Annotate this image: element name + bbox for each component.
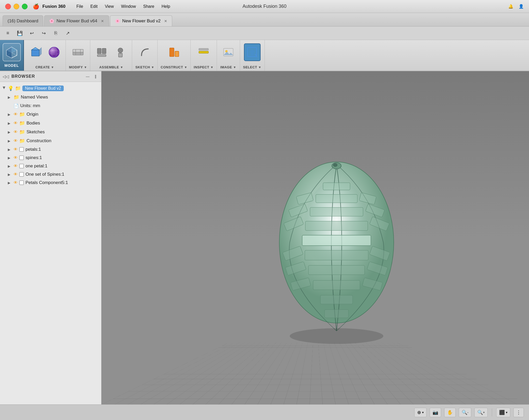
modify-chevron-icon[interactable]: ▼	[84, 65, 87, 69]
bodies-eye-icon[interactable]: 👁	[14, 121, 18, 126]
redo-button[interactable]: ↪	[39, 29, 48, 38]
svg-marker-8	[31, 48, 39, 50]
ribbon-sketch-group: SKETCH ▼	[132, 40, 157, 71]
maximize-button[interactable]	[22, 4, 28, 9]
status-bar: ⊕ ▾ 📷 ✋ 🔍 - 🔍 + ⬛ ▾ ⋮	[0, 404, 529, 420]
more-options-button[interactable]: ⋮	[513, 408, 524, 417]
tree-root-item[interactable]: ▶ 💡 📁 New Flower Bud v2	[0, 84, 101, 93]
petals-checkbox[interactable]	[19, 147, 24, 152]
tree-onepetal-item[interactable]: ▶ 👁 one petal:1	[0, 162, 101, 170]
undo-button[interactable]: ↩	[27, 29, 36, 38]
svg-marker-4	[12, 47, 17, 53]
toolbar: ≡ 💾 ↩ ↪ ⎘ ↗	[0, 27, 529, 40]
user-icon[interactable]: 👤	[519, 4, 524, 9]
tree-spinesset-item[interactable]: ▶ 👁 One set of Spines:1	[0, 170, 101, 179]
assemble-chevron-icon[interactable]: ▼	[120, 65, 123, 69]
menu-view[interactable]: View	[105, 4, 114, 9]
browser-resize-button[interactable]: ‖	[92, 73, 99, 80]
create-chevron-icon[interactable]: ▼	[51, 65, 54, 69]
assemble2-button[interactable]	[112, 43, 129, 61]
select-chevron-icon[interactable]: ▼	[258, 65, 261, 69]
create-box-button[interactable]	[27, 43, 44, 61]
construction-arrow[interactable]: ▶	[8, 139, 12, 143]
origin-label: Origin	[27, 112, 38, 117]
camera-button[interactable]: 📷	[430, 408, 441, 417]
petalscomp-eye-icon[interactable]: 👁	[14, 180, 18, 185]
origin-arrow[interactable]: ▶	[8, 113, 12, 116]
image-button[interactable]	[220, 43, 237, 61]
petals-arrow[interactable]: ▶	[8, 148, 12, 152]
zoom-out-button[interactable]: 🔍 -	[459, 408, 471, 417]
svg-marker-9	[39, 48, 42, 56]
onepetal-checkbox[interactable]	[19, 164, 24, 168]
construct-chevron-icon[interactable]: ▼	[184, 65, 187, 69]
tree-sketches-item[interactable]: ▶ 👁 📁 Sketches	[0, 128, 101, 136]
menu-share[interactable]: Share	[143, 4, 154, 9]
display-mode-button[interactable]: ⬛ ▾	[496, 408, 510, 417]
svg-rect-45	[305, 250, 368, 260]
browser-back-icon[interactable]: ◁◁	[3, 74, 9, 79]
notification-icon[interactable]: 🔔	[508, 4, 513, 9]
origin-folder-icon: 📁	[19, 111, 25, 117]
select-button[interactable]	[244, 43, 261, 61]
tree-bodies-item[interactable]: ▶ 👁 📁 Bodies	[0, 119, 101, 128]
petalscomp-arrow[interactable]: ▶	[8, 181, 12, 185]
tab-flower1-close[interactable]: ✕	[101, 19, 104, 23]
zoom-in-button[interactable]: 🔍 +	[474, 408, 488, 417]
copy-button[interactable]: ⎘	[51, 29, 60, 38]
spines-checkbox[interactable]	[19, 155, 24, 160]
spines-arrow[interactable]: ▶	[8, 156, 12, 160]
select-icon	[246, 46, 259, 58]
orbit-button[interactable]: ⊕ ▾	[414, 408, 427, 417]
root-expand-arrow[interactable]: ▶	[2, 86, 6, 90]
pan-button[interactable]: ✋	[444, 408, 456, 417]
inspect-button[interactable]	[195, 43, 212, 61]
petalscomp-checkbox[interactable]	[19, 180, 24, 185]
share-button[interactable]: ↗	[63, 29, 72, 38]
tab-flower2-close[interactable]: ✕	[164, 19, 167, 23]
sketch-chevron-icon[interactable]: ▼	[151, 65, 154, 69]
menu-help[interactable]: Help	[162, 4, 170, 9]
petals-eye-icon[interactable]: 👁	[14, 147, 18, 152]
spinesset-arrow[interactable]: ▶	[8, 173, 12, 176]
tree-construction-item[interactable]: ▶ 👁 📁 Construction	[0, 136, 101, 145]
ribbon-model-section[interactable]: MODEL	[0, 40, 24, 71]
tab-dashboard[interactable]: (16) Dashboard	[3, 15, 43, 26]
menu-file[interactable]: File	[76, 4, 83, 9]
viewport[interactable]	[101, 71, 529, 404]
named-views-arrow[interactable]: ▶	[8, 95, 12, 99]
modify-button[interactable]	[70, 43, 86, 61]
ribbon-assemble-group: ASSEMBLE ▼	[90, 40, 132, 71]
sketches-arrow[interactable]: ▶	[8, 130, 12, 134]
sketches-eye-icon[interactable]: 👁	[14, 130, 18, 134]
browser-collapse-button[interactable]: —	[85, 73, 91, 80]
menu-edit[interactable]: Edit	[91, 4, 98, 9]
sidebar-toggle-button[interactable]: ≡	[3, 29, 12, 38]
construction-eye-icon[interactable]: 👁	[14, 139, 18, 143]
tab-flower1[interactable]: 🌸 New Flower Bud v64 ✕	[44, 15, 109, 26]
create-sphere-button[interactable]	[46, 43, 62, 61]
inspect-chevron-icon[interactable]: ▼	[210, 65, 214, 69]
assemble1-button[interactable]	[93, 43, 110, 61]
onepetal-eye-icon[interactable]: 👁	[14, 164, 18, 168]
spinesset-checkbox[interactable]	[19, 172, 24, 177]
tree-origin-item[interactable]: ▶ 👁 📁 Origin	[0, 110, 101, 119]
construct-button[interactable]	[166, 43, 182, 61]
tree-spines-item[interactable]: ▶ 👁 spines:1	[0, 154, 101, 162]
save-button[interactable]: 💾	[15, 29, 24, 38]
spines-eye-icon[interactable]: 👁	[14, 155, 18, 160]
sketch-button[interactable]	[137, 43, 153, 61]
spinesset-eye-icon[interactable]: 👁	[14, 172, 18, 177]
image-chevron-icon[interactable]: ▼	[233, 65, 236, 69]
minimize-button[interactable]	[14, 4, 19, 9]
tree-petals-item[interactable]: ▶ 👁 petals:1	[0, 145, 101, 154]
bodies-arrow[interactable]: ▶	[8, 121, 12, 125]
onepetal-arrow[interactable]: ▶	[8, 164, 12, 168]
origin-eye-icon[interactable]: 👁	[14, 112, 18, 117]
close-button[interactable]	[5, 4, 11, 9]
display-chevron-icon: ▾	[506, 411, 507, 414]
tree-petalscomp-item[interactable]: ▶ 👁 Petals Component5:1	[0, 179, 101, 187]
tab-flower2[interactable]: 🌸 New Flower Bud v2 ✕	[110, 15, 172, 26]
menu-window[interactable]: Window	[121, 4, 136, 9]
tree-named-views-item[interactable]: ▶ 📁 Named Views	[0, 93, 101, 102]
